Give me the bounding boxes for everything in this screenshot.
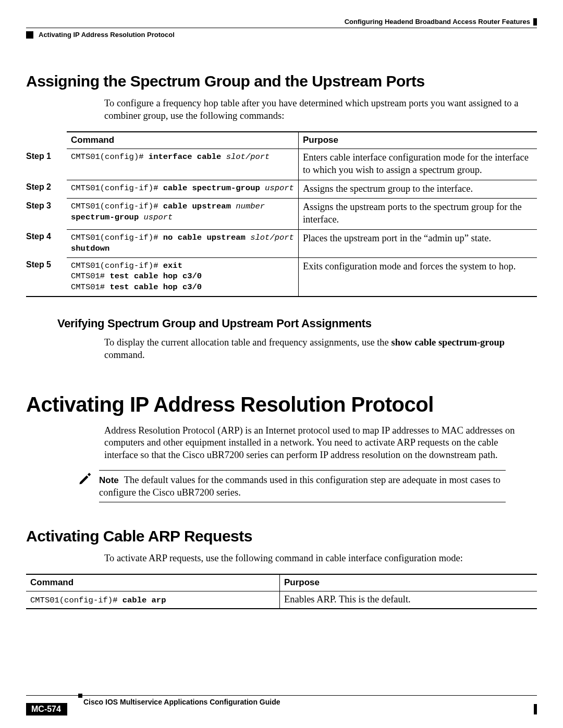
subsection-body-verifying: To display the current allocation table … [104,337,532,361]
note-label: Note [99,475,119,485]
header-section-title: Activating IP Address Resolution Protoco… [39,31,175,39]
command-line: CMTS01(config-if)# cable spectrum-group … [71,183,294,194]
purpose-cell: Assigns the spectrum group to the interf… [298,180,537,199]
step-label: Step 3 [26,199,67,229]
chapter-heading-arp: Activating IP Address Resolution Protoco… [26,393,537,416]
section-heading-assigning: Assigning the Spectrum Group and the Ups… [26,72,537,90]
table-row: Step 5CMTS01(config-if)# exitCMTS01# tes… [26,257,537,297]
command-line: CMTS01(config-if)# no cable upstream slo… [71,232,294,243]
command-line: CMTS01(config-if)# exit [71,261,294,272]
command-line: CMTS01(config)# interface cable slot/por… [71,152,294,163]
subsection-heading-verifying: Verifying Spectrum Group and Upstream Po… [57,317,537,330]
purpose-cell: Enters cable interface configuration mod… [298,149,537,180]
table-row: Step 2CMTS01(config-if)# cable spectrum-… [26,180,537,199]
command-line: shutdown [71,243,294,254]
purpose-cell: Exits configuration mode and forces the … [298,257,537,297]
section-heading-cable-arp: Activating Cable ARP Requests [26,527,537,545]
header-rule-end-icon [533,18,537,26]
header-left: Activating IP Address Resolution Protoco… [26,31,175,39]
note-pen-icon [78,470,92,487]
table-row: Step 4CMTS01(config-if)# no cable upstre… [26,229,537,257]
purpose-cell: Places the upstream port in the “admin u… [298,229,537,257]
note-block: NoteThe default values for the commands … [78,470,506,502]
command-cell: CMTS01(config)# interface cable slot/por… [67,149,298,180]
running-header: Configuring Headend Broadband Access Rou… [26,18,537,44]
table-row: CMTS01(config-if)# cable arp Enables ARP… [26,591,537,609]
command-line: CMTS01# test cable hop c3/0 [71,271,294,282]
section-intro-text: To configure a frequency hop table after… [104,97,532,122]
arp-table-command-cell: CMTS01(config-if)# cable arp [26,591,280,609]
command-line: CMTS01# test cable hop c3/0 [71,282,294,293]
chapter-body-arp: Address Resolution Protocol (ARP) is an … [104,425,532,462]
steps-table-purpose-head: Purpose [298,132,537,149]
command-line: spectrum-group usport [71,212,294,223]
command-cell: CMTS01(config-if)# cable upstream number… [67,199,298,229]
section-body-cable-arp: To activate ARP requests, use the follow… [104,552,532,565]
page-footer: Cisco IOS Multiservice Applications Conf… [26,695,537,713]
header-square-icon [26,31,33,39]
arp-table-purpose-head: Purpose [280,574,537,591]
note-text: The default values for the commands used… [99,475,500,498]
arp-table-purpose-cell: Enables ARP. This is the default. [280,591,537,609]
arp-table: Command Purpose CMTS01(config-if)# cable… [26,574,537,609]
purpose-cell: Assigns the upstream ports to the spectr… [298,199,537,229]
footer-bar-end-icon [534,704,537,714]
header-right: Configuring Headend Broadband Access Rou… [345,18,537,26]
step-label: Step 2 [26,180,67,199]
arp-command-line: CMTS01(config-if)# cable arp [30,596,166,605]
command-cell: CMTS01(config-if)# no cable upstream slo… [67,229,298,257]
note-body: NoteThe default values for the commands … [99,470,506,502]
command-line: CMTS01(config-if)# cable upstream number [71,201,294,212]
step-label: Step 1 [26,149,67,180]
steps-table: Command Purpose Step 1CMTS01(config)# in… [26,131,537,297]
command-cell: CMTS01(config-if)# cable spectrum-group … [67,180,298,199]
step-label: Step 5 [26,257,67,297]
steps-table-command-head: Command [67,132,298,149]
steps-table-step-head [26,132,67,149]
command-cell: CMTS01(config-if)# exitCMTS01# test cabl… [67,257,298,297]
table-row: Step 1CMTS01(config)# interface cable sl… [26,149,537,180]
arp-table-command-head: Command [26,574,280,591]
page-number-pill: MC-574 [26,703,67,715]
footer-corner-square-icon [78,694,82,698]
header-chapter-title: Configuring Headend Broadband Access Rou… [345,18,530,26]
step-label: Step 4 [26,229,67,257]
table-row: Step 3CMTS01(config-if)# cable upstream … [26,199,537,229]
header-rule [26,28,537,28]
